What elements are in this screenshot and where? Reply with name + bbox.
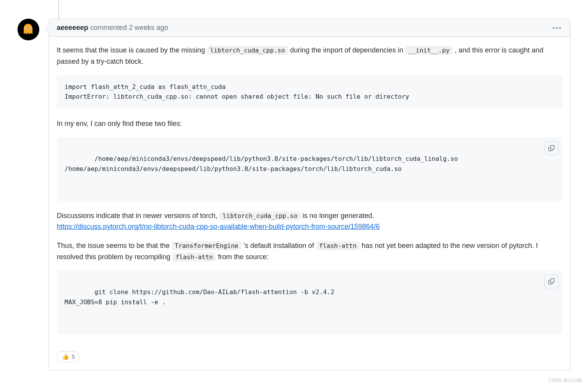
code-block-1: import flash_attn_2_cuda as flash_attn_c…	[57, 75, 562, 109]
inline-code: libtorch_cuda_cpp.so	[219, 211, 301, 220]
code-block-2: /home/aep/miniconda3/envs/deepspeed/lib/…	[57, 137, 562, 201]
paragraph-4: Thus, the issue seems to be that the Tra…	[57, 240, 562, 263]
reaction-count: 5	[72, 353, 75, 360]
comment-header-text: aeeeeeep commented 2 weeks ago	[57, 24, 168, 32]
paragraph-1: It seems that the issue is caused by the…	[57, 45, 562, 67]
kebab-menu[interactable]	[551, 26, 562, 30]
inline-code: libtorch_cuda_cpp.so	[207, 46, 288, 55]
ghost-icon	[21, 23, 35, 37]
reactions: 👍 5	[49, 351, 570, 370]
inline-code: __init__.py	[405, 46, 453, 55]
copy-button[interactable]	[544, 274, 558, 288]
comment-container: aeeeeeep commented 2 weeks ago It seems …	[0, 0, 588, 370]
paragraph-3: Discussions indicate that in newer versi…	[57, 210, 562, 233]
comment-body: It seems that the issue is caused by the…	[49, 37, 570, 351]
comment-arrow	[45, 25, 49, 33]
inline-code: flash-attn	[172, 253, 216, 261]
inline-code: flash-attn	[316, 241, 360, 250]
comment-action: commented	[90, 24, 127, 31]
thumbs-up-reaction[interactable]: 👍 5	[57, 351, 80, 362]
comment-author[interactable]: aeeeeeep	[57, 24, 88, 31]
code-block-3: git clone https://github.com/Dao-AILab/f…	[57, 270, 562, 334]
comment-timestamp[interactable]: 2 weeks ago	[129, 24, 168, 31]
inline-code: TransformerEngine	[172, 241, 242, 250]
reaction-emoji: 👍	[62, 353, 69, 360]
comment-box: aeeeeeep commented 2 weeks ago It seems …	[49, 19, 570, 370]
svg-point-2	[26, 28, 27, 29]
avatar[interactable]	[18, 19, 39, 40]
comment-header: aeeeeeep commented 2 weeks ago	[49, 19, 570, 37]
copy-icon	[548, 278, 555, 284]
svg-point-3	[30, 28, 32, 29]
discussion-link[interactable]: https://discuss.pytorch.org/t/no-libtorc…	[57, 223, 380, 230]
copy-button[interactable]	[544, 141, 558, 155]
copy-icon	[548, 145, 555, 151]
paragraph-2: In my env, I can only find these two fil…	[57, 118, 562, 129]
